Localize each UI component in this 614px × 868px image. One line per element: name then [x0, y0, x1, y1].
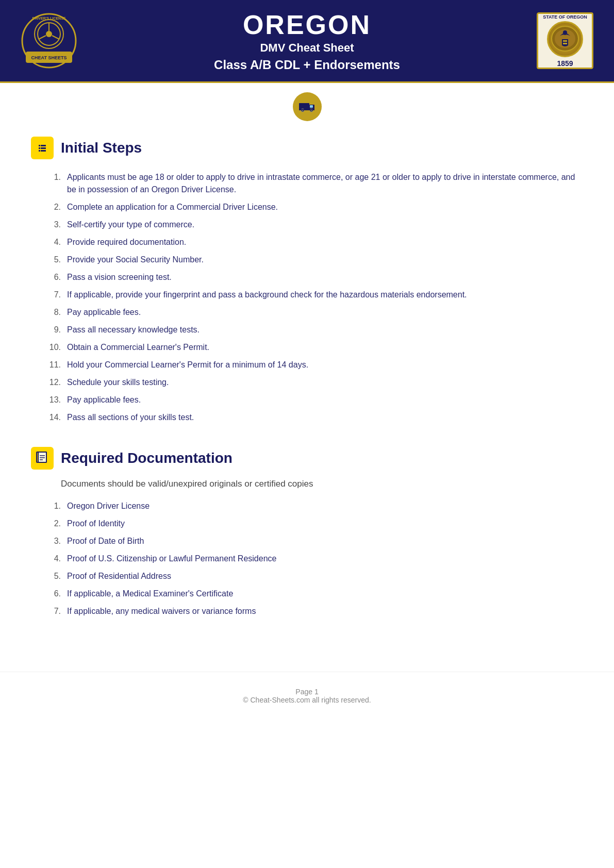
required-docs-title: Required Documentation [61, 450, 233, 466]
svg-rect-32 [38, 452, 46, 462]
svg-rect-14 [563, 43, 567, 44]
step-number: 6. [46, 271, 61, 283]
svg-rect-29 [41, 150, 46, 152]
list-item: 1.Applicants must be age 18 or older to … [46, 169, 583, 198]
truck-divider [0, 83, 614, 126]
step-number: 10. [46, 341, 61, 354]
required-docs-subtitle: Documents should be valid/unexpired orig… [61, 479, 583, 489]
list-item: 13.Pay applicable fees. [46, 391, 583, 409]
step-number: 5. [46, 570, 61, 582]
required-docs-section: Required Documentation Documents should … [31, 447, 583, 620]
list-item: 3.Self-certify your type of commerce. [46, 216, 583, 233]
list-item: 6.Pass a vision screening test. [46, 269, 583, 286]
step-number: 6. [46, 588, 61, 600]
step-text: Obtain a Commercial Learner's Permit. [67, 341, 583, 354]
cheat-sheets-logo: DRIVER'S LICENSE CHEAT SHEETS [21, 12, 77, 69]
initial-steps-title: Initial Steps [61, 140, 142, 156]
page-number: Page 1 [0, 688, 614, 696]
step-number: 12. [46, 376, 61, 389]
list-item: 7.If applicable, provide your fingerprin… [46, 286, 583, 304]
header-title: OREGON [77, 9, 537, 40]
initial-steps-list: 1.Applicants must be age 18 or older to … [31, 169, 583, 426]
svg-rect-26 [39, 147, 40, 149]
step-text: Oregon Driver License [67, 500, 583, 512]
svg-point-12 [563, 30, 567, 35]
step-text: Pass all necessary knowledge tests. [67, 324, 583, 336]
required-docs-list: 1.Oregon Driver License2.Proof of Identi… [31, 497, 583, 620]
list-icon [31, 137, 54, 159]
step-text: Pass a vision screening test. [67, 271, 583, 283]
list-item: 7.If applicable, any medical waivers or … [46, 603, 583, 620]
step-number: 2. [46, 518, 61, 530]
step-text: Proof of Date of Birth [67, 535, 583, 547]
step-number: 8. [46, 306, 61, 319]
step-number: 9. [46, 324, 61, 336]
seal-top-text: STATE OF OREGON [543, 14, 587, 20]
header-subtitle: DMV Cheat Sheet [77, 41, 537, 55]
seal-year: 1859 [557, 59, 573, 68]
list-item: 6.If applicable, a Medical Examiner's Ce… [46, 585, 583, 603]
step-text: Provide required documentation. [67, 236, 583, 248]
step-number: 14. [46, 411, 61, 424]
step-text: Self-certify your type of commerce. [67, 219, 583, 231]
svg-rect-24 [39, 145, 40, 146]
copyright: © Cheat-Sheets.com all rights reserved. [0, 696, 614, 704]
step-text: Hold your Commercial Learner's Permit fo… [67, 359, 583, 371]
step-text: Pay applicable fees. [67, 394, 583, 406]
step-number: 2. [46, 201, 61, 213]
step-text: Provide your Social Security Number. [67, 254, 583, 266]
step-text: Applicants must be age 18 or older to ap… [67, 171, 583, 196]
step-text: If applicable, any medical waivers or va… [67, 605, 583, 617]
step-text: Proof of Identity [67, 518, 583, 530]
step-text: If applicable, provide your fingerprint … [67, 289, 583, 301]
svg-text:CHEAT SHEETS: CHEAT SHEETS [31, 55, 67, 60]
required-docs-header: Required Documentation [31, 447, 583, 470]
step-number: 3. [46, 535, 61, 547]
state-seal: STATE OF OREGON 1859 [537, 12, 593, 69]
list-item: 8.Pay applicable fees. [46, 304, 583, 321]
list-item: 10.Obtain a Commercial Learner's Permit. [46, 339, 583, 356]
step-number: 13. [46, 394, 61, 406]
svg-rect-17 [310, 105, 313, 108]
step-number: 4. [46, 236, 61, 248]
list-item: 4.Proof of U.S. Citizenship or Lawful Pe… [46, 550, 583, 567]
truck-icon [293, 92, 322, 121]
step-text: Pay applicable fees. [67, 306, 583, 319]
svg-text:DRIVER'S LICENSE: DRIVER'S LICENSE [32, 16, 65, 20]
step-text: If applicable, a Medical Examiner's Cert… [67, 588, 583, 600]
step-number: 7. [46, 289, 61, 301]
list-item: 2.Proof of Identity [46, 515, 583, 532]
list-item: 14.Pass all sections of your skills test… [46, 409, 583, 426]
list-item: 5.Provide your Social Security Number. [46, 251, 583, 269]
step-number: 5. [46, 254, 61, 266]
step-number: 11. [46, 359, 61, 371]
svg-point-3 [46, 31, 52, 37]
step-text: Proof of Residential Address [67, 570, 583, 582]
initial-steps-header: Initial Steps [31, 137, 583, 159]
svg-rect-15 [299, 103, 309, 110]
page-header: DRIVER'S LICENSE CHEAT SHEETS OREGON DMV… [0, 0, 614, 81]
step-text: Schedule your skills testing. [67, 376, 583, 389]
svg-rect-22 [299, 109, 314, 110]
header-class: Class A/B CDL + Endorsements [77, 58, 537, 72]
list-item: 5.Proof of Residential Address [46, 567, 583, 585]
step-text: Pass all sections of your skills test. [67, 411, 583, 424]
svg-rect-27 [41, 147, 46, 149]
step-number: 1. [46, 500, 61, 512]
list-item: 9.Pass all necessary knowledge tests. [46, 321, 583, 339]
list-item: 11.Hold your Commercial Learner's Permit… [46, 356, 583, 374]
step-number: 1. [46, 171, 61, 196]
main-content: Initial Steps 1.Applicants must be age 1… [0, 126, 614, 661]
step-text: Complete an application for a Commercial… [67, 201, 583, 213]
svg-rect-13 [563, 40, 567, 42]
step-text: Proof of U.S. Citizenship or Lawful Perm… [67, 553, 583, 565]
page-footer: Page 1 © Cheat-Sheets.com all rights res… [0, 672, 614, 714]
list-item: 2.Complete an application for a Commerci… [46, 198, 583, 216]
step-number: 3. [46, 219, 61, 231]
header-center: OREGON DMV Cheat Sheet Class A/B CDL + E… [77, 9, 537, 72]
list-item: 1.Oregon Driver License [46, 497, 583, 515]
svg-rect-28 [39, 150, 40, 152]
list-item: 12.Schedule your skills testing. [46, 374, 583, 391]
svg-rect-25 [41, 145, 46, 146]
seal-emblem [547, 21, 583, 57]
